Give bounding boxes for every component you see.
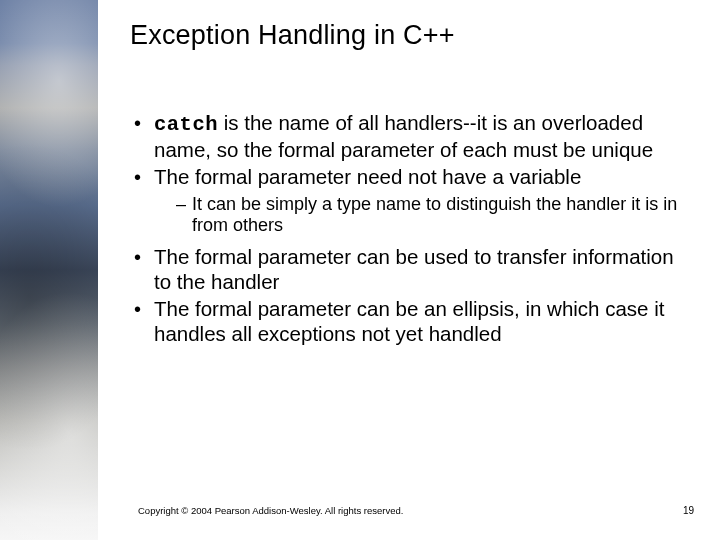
bullet-item: The formal parameter can be used to tran… (130, 245, 690, 294)
bullet-text: The formal parameter can be used to tran… (154, 245, 674, 293)
page-number: 19 (683, 505, 694, 516)
sub-bullet-list: It can be simply a type name to distingu… (154, 194, 690, 237)
decorative-sidebar-image (0, 0, 98, 540)
sub-bullet-item: It can be simply a type name to distingu… (174, 194, 690, 237)
slide-title: Exception Handling in C++ (130, 20, 690, 51)
bullet-text: The formal parameter need not have a var… (154, 165, 581, 188)
bullet-item: catch is the name of all handlers--it is… (130, 111, 690, 162)
sub-bullet-text: It can be simply a type name to distingu… (192, 194, 677, 236)
slide: Exception Handling in C++ catch is the n… (0, 0, 720, 540)
code-keyword: catch (154, 113, 218, 136)
slide-content: Exception Handling in C++ catch is the n… (130, 20, 690, 349)
bullet-item: The formal parameter need not have a var… (130, 165, 690, 237)
bullet-text: The formal parameter can be an ellipsis,… (154, 297, 664, 345)
bullet-list: catch is the name of all handlers--it is… (130, 111, 690, 346)
copyright-footer: Copyright © 2004 Pearson Addison-Wesley.… (138, 505, 403, 516)
bullet-item: The formal parameter can be an ellipsis,… (130, 297, 690, 346)
bullet-text: is the name of all handlers--it is an ov… (154, 111, 653, 161)
